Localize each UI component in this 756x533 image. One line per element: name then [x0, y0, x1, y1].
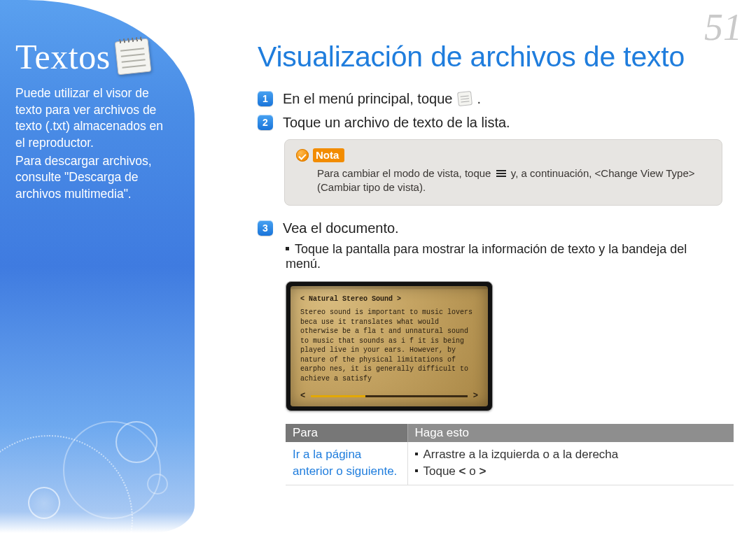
table-header-haga-esto: Haga esto — [407, 424, 734, 442]
step-2-text: Toque un archivo de texto de la lista. — [283, 113, 510, 132]
next-page-icon[interactable]: > — [473, 390, 478, 401]
step-badge-3: 3 — [258, 220, 273, 236]
device-screenshot: < Natural Stereo Sound > Stereo sound is… — [286, 281, 493, 411]
bullet-icon — [415, 453, 418, 455]
text-app-icon — [457, 91, 472, 106]
action-table: Para Haga esto Ir a la página anterior o… — [286, 424, 734, 485]
sidebar-title: Textos — [15, 36, 111, 77]
step-1-pre: En el menú principal, toque — [283, 91, 456, 106]
step-3-subtext-label: Toque la pantalla para mostrar la inform… — [286, 242, 687, 271]
instruction-tap-mid: o — [465, 464, 479, 478]
sidebar-paragraph-1: Puede utilizar el visor de texto para ve… — [15, 85, 169, 152]
less-than-icon: < — [459, 464, 466, 478]
sidebar: Textos Puede utilizar el visor de texto … — [0, 0, 195, 533]
page-title: Visualización de archivos de texto — [258, 41, 739, 73]
step-2: 2 Toque un archivo de texto de la lista. — [258, 113, 739, 132]
step-3-text: Vea el documento. — [283, 218, 399, 238]
table-row: Ir a la página anterior o siguiente. Arr… — [286, 442, 734, 485]
check-icon — [296, 149, 309, 162]
step-1-post: . — [477, 91, 482, 106]
instruction-tap-pre: Toque — [424, 464, 459, 478]
table-cell-action: Ir a la página anterior o siguiente. — [286, 442, 407, 485]
notepad-icon — [114, 38, 151, 76]
greater-than-icon: > — [479, 464, 486, 478]
note-box: Nota Para cambiar el modo de vista, toqu… — [284, 139, 722, 206]
main-content: Visualización de archivos de texto 1 En … — [210, 41, 739, 485]
sidebar-paragraph-2: Para descargar archivos, consulte "Desca… — [15, 153, 169, 203]
step-badge-2: 2 — [258, 115, 273, 130]
parchment-reader: < Natural Stereo Sound > Stereo sound is… — [290, 286, 488, 406]
step-1: 1 En el menú principal, toque . — [258, 89, 739, 108]
instruction-drag: Arrastre a la izquierda o a la derecha — [424, 448, 619, 461]
note-body-pre: Para cambiar el modo de vista, toque — [317, 167, 494, 179]
reader-footer: < > — [300, 390, 478, 401]
step-3-subtext: Toque la pantalla para mostrar la inform… — [286, 242, 722, 271]
note-label: Nota — [296, 148, 344, 162]
doc-body: Stereo sound is important to music lover… — [300, 308, 478, 383]
table-cell-instructions: Arrastre a la izquierda o a la derecha T… — [407, 442, 734, 485]
note-label-text: Nota — [313, 148, 344, 162]
note-body: Para cambiar el modo de vista, toque y, … — [317, 166, 710, 195]
step-badge-1: 1 — [258, 91, 273, 106]
bullet-icon — [286, 247, 289, 250]
prev-page-icon[interactable]: < — [300, 390, 305, 401]
sidebar-body: Puede utilizar el visor de texto para ve… — [15, 85, 169, 202]
hamburger-menu-icon — [496, 169, 506, 178]
progress-bar[interactable] — [311, 395, 468, 397]
table-header-para: Para — [286, 424, 407, 442]
bullet-icon — [415, 469, 418, 472]
step-3: 3 Vea el documento. — [258, 218, 739, 238]
doc-title: < Natural Stereo Sound > — [300, 294, 478, 304]
step-1-text: En el menú principal, toque . — [283, 89, 481, 108]
